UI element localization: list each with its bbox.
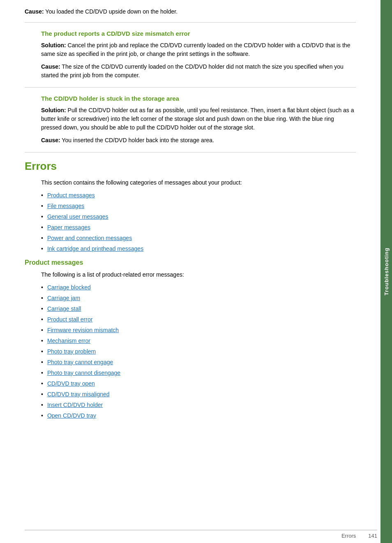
- footer-label: Errors: [341, 533, 356, 539]
- pm-link-product-stall[interactable]: Product stall error: [47, 315, 92, 324]
- pm-link-carriage-blocked[interactable]: Carriage blocked: [47, 283, 91, 292]
- mismatch-solution-label: Solution:: [41, 42, 66, 49]
- product-messages-intro: The following is a list of product-relat…: [41, 270, 356, 279]
- category-link-file[interactable]: File messages: [47, 202, 84, 210]
- mismatch-section: The product reports a CD/DVD size mismat…: [25, 30, 356, 80]
- mismatch-cause-label: Cause:: [41, 63, 60, 70]
- stuck-solution-label: Solution:: [41, 107, 66, 113]
- errors-category-list: Product messages File messages General u…: [41, 191, 356, 253]
- list-item: Carriage stall: [41, 305, 356, 313]
- top-cause-block: Cause: You loaded the CD/DVD upside down…: [25, 8, 356, 15]
- list-item: Carriage blocked: [41, 283, 356, 292]
- stuck-solution-text: Pull the CD/DVD holder out as far as pos…: [41, 107, 354, 131]
- page-footer: Errors 141: [25, 530, 377, 539]
- pm-link-cddvd-misaligned[interactable]: CD/DVD tray misaligned: [47, 390, 110, 399]
- divider-1: [25, 22, 356, 23]
- pm-link-firmware[interactable]: Firmware revision mismatch: [47, 326, 119, 335]
- list-item: File messages: [41, 202, 356, 210]
- mismatch-solution-text: Cancel the print job and replace the CD/…: [41, 42, 350, 57]
- list-item: Open CD/DVD tray: [41, 411, 356, 420]
- mismatch-heading: The product reports a CD/DVD size mismat…: [41, 30, 356, 37]
- list-item: Photo tray cannot disengage: [41, 369, 356, 377]
- pm-link-photo-tray-disengage[interactable]: Photo tray cannot disengage: [47, 369, 120, 377]
- stuck-cause: Cause: You inserted the CD/DVD holder ba…: [41, 136, 356, 145]
- product-messages-section: Product messages The following is a list…: [25, 259, 356, 420]
- category-link-ink[interactable]: Ink cartridge and printhead messages: [47, 245, 143, 253]
- list-item: Photo tray cannot engage: [41, 358, 356, 367]
- stuck-cause-text: You inserted the CD/DVD holder back into…: [60, 137, 214, 143]
- errors-heading: Errors: [25, 160, 356, 173]
- list-item: Carriage jam: [41, 294, 356, 303]
- pm-link-mechanism[interactable]: Mechanism error: [47, 337, 90, 345]
- stuck-cause-label: Cause:: [41, 137, 60, 143]
- list-item: Firmware revision mismatch: [41, 326, 356, 335]
- category-link-general[interactable]: General user messages: [47, 213, 108, 221]
- pm-link-carriage-jam[interactable]: Carriage jam: [47, 294, 80, 303]
- stuck-solution: Solution: Pull the CD/DVD holder out as …: [41, 106, 356, 132]
- list-item: CD/DVD tray open: [41, 379, 356, 388]
- top-cause-label: Cause:: [25, 8, 44, 15]
- pm-link-insert-holder[interactable]: Insert CD/DVD holder: [47, 401, 103, 409]
- product-messages-heading: Product messages: [25, 259, 356, 266]
- stuck-heading: The CD/DVD holder is stuck in the storag…: [41, 95, 356, 102]
- category-link-paper[interactable]: Paper messages: [47, 223, 90, 232]
- category-link-power[interactable]: Power and connection messages: [47, 234, 132, 243]
- list-item: Power and connection messages: [41, 234, 356, 243]
- errors-intro: This section contains the following cate…: [41, 178, 356, 187]
- divider-2: [25, 87, 356, 88]
- errors-section: Errors This section contains the followi…: [25, 160, 356, 253]
- pm-link-open-tray[interactable]: Open CD/DVD tray: [47, 411, 96, 420]
- list-item: Ink cartridge and printhead messages: [41, 245, 356, 253]
- product-messages-list: Carriage blocked Carriage jam Carriage s…: [41, 283, 356, 420]
- list-item: Mechanism error: [41, 337, 356, 345]
- footer-page-number: 141: [368, 533, 377, 539]
- list-item: Photo tray problem: [41, 347, 356, 356]
- divider-3: [25, 152, 356, 153]
- stuck-section: The CD/DVD holder is stuck in the storag…: [25, 95, 356, 145]
- list-item: Product messages: [41, 191, 356, 200]
- side-tab: Troubleshooting: [380, 0, 392, 543]
- list-item: General user messages: [41, 213, 356, 221]
- mismatch-cause: Cause: The size of the CD/DVD currently …: [41, 62, 356, 80]
- list-item: Paper messages: [41, 223, 356, 232]
- pm-link-cddvd-open[interactable]: CD/DVD tray open: [47, 379, 95, 388]
- pm-link-carriage-stall[interactable]: Carriage stall: [47, 305, 81, 313]
- category-link-product[interactable]: Product messages: [47, 191, 95, 200]
- list-item: Product stall error: [41, 315, 356, 324]
- side-tab-label: Troubleshooting: [383, 247, 390, 296]
- pm-link-photo-tray[interactable]: Photo tray problem: [47, 347, 96, 356]
- list-item: Insert CD/DVD holder: [41, 401, 356, 409]
- pm-link-photo-tray-engage[interactable]: Photo tray cannot engage: [47, 358, 113, 367]
- mismatch-solution: Solution: Cancel the print job and repla…: [41, 41, 356, 58]
- list-item: CD/DVD tray misaligned: [41, 390, 356, 399]
- mismatch-cause-text: The size of the CD/DVD currently loaded …: [41, 63, 344, 79]
- top-cause-text: You loaded the CD/DVD upside down on the…: [44, 8, 178, 15]
